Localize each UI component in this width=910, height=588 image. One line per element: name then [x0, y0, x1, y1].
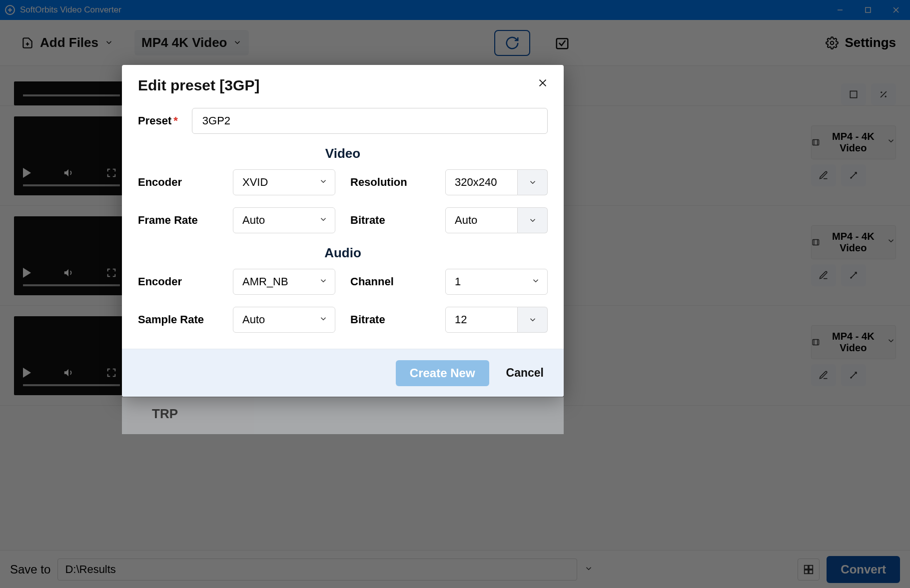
- audio-encoder-select[interactable]: AMR_NB: [233, 269, 335, 295]
- audio-encoder-label: Encoder: [138, 275, 223, 288]
- video-bitrate-dropdown-button[interactable]: [518, 207, 548, 233]
- frame-rate-select[interactable]: Auto: [233, 207, 335, 233]
- resolution-value: 320x240: [455, 176, 497, 189]
- preset-list-item-label: TRP: [152, 406, 178, 421]
- cancel-label: Cancel: [506, 366, 544, 379]
- video-section-header: Video: [138, 146, 548, 161]
- create-new-label: Create New: [410, 366, 475, 380]
- chevron-down-icon: [319, 176, 328, 189]
- channel-select[interactable]: 1: [445, 269, 548, 295]
- preset-name-value: 3GP2: [202, 114, 230, 127]
- channel-label: Channel: [350, 275, 435, 288]
- chevron-down-icon: [319, 214, 328, 227]
- video-bitrate-input[interactable]: Auto: [445, 207, 518, 233]
- sample-rate-select[interactable]: Auto: [233, 307, 335, 333]
- audio-section-header: Audio: [138, 245, 548, 261]
- video-encoder-value: XVID: [242, 176, 268, 189]
- video-encoder-label: Encoder: [138, 176, 223, 189]
- create-new-button[interactable]: Create New: [396, 360, 489, 386]
- preset-name-input[interactable]: 3GP2: [192, 108, 548, 134]
- cancel-button[interactable]: Cancel: [506, 366, 544, 380]
- preset-name-label: Preset*: [138, 114, 178, 127]
- dialog-title: Edit preset [3GP]: [138, 77, 548, 94]
- frame-rate-label: Frame Rate: [138, 214, 223, 227]
- audio-encoder-value: AMR_NB: [242, 275, 288, 288]
- dialog-close-button[interactable]: [534, 74, 552, 92]
- sample-rate-value: Auto: [242, 313, 265, 326]
- audio-bitrate-label: Bitrate: [350, 313, 435, 326]
- audio-bitrate-value: 12: [455, 313, 467, 326]
- resolution-input[interactable]: 320x240: [445, 169, 518, 195]
- channel-value: 1: [455, 275, 461, 288]
- chevron-down-icon: [528, 216, 537, 225]
- frame-rate-value: Auto: [242, 214, 265, 227]
- preset-list-item[interactable]: TRP: [122, 397, 564, 434]
- sample-rate-label: Sample Rate: [138, 313, 223, 326]
- dialog-footer: Create New Cancel: [122, 349, 564, 397]
- video-bitrate-value: Auto: [455, 214, 477, 227]
- video-bitrate-label: Bitrate: [350, 214, 435, 227]
- chevron-down-icon: [319, 313, 328, 326]
- resolution-label: Resolution: [350, 176, 435, 189]
- audio-bitrate-input[interactable]: 12: [445, 307, 518, 333]
- video-encoder-select[interactable]: XVID: [233, 169, 335, 195]
- chevron-down-icon: [528, 178, 537, 187]
- chevron-down-icon: [531, 275, 540, 288]
- chevron-down-icon: [528, 315, 537, 324]
- audio-bitrate-dropdown-button[interactable]: [518, 307, 548, 333]
- close-icon: [537, 77, 548, 88]
- resolution-dropdown-button[interactable]: [518, 169, 548, 195]
- edit-preset-dialog: Edit preset [3GP] Preset* 3GP2 Video Enc…: [122, 65, 564, 397]
- chevron-down-icon: [319, 275, 328, 288]
